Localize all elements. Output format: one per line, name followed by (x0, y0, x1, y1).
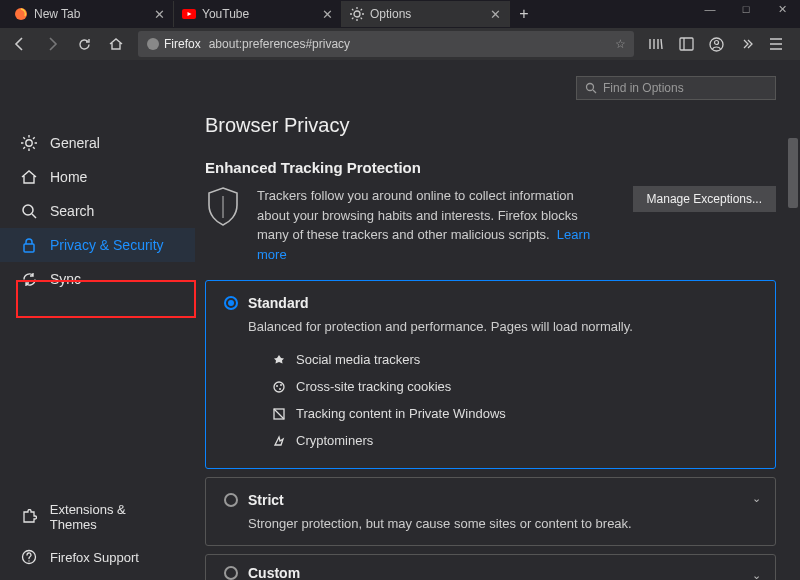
feature-label: Cross-site tracking cookies (296, 379, 451, 394)
sidebar-item-label: Privacy & Security (50, 237, 164, 253)
tab-label: Options (370, 7, 411, 21)
home-icon (20, 168, 38, 186)
window-minimize-button[interactable]: — (692, 0, 728, 18)
reload-button[interactable] (70, 30, 98, 58)
firefox-logo-icon (146, 37, 160, 51)
radio-standard[interactable] (224, 296, 238, 310)
back-button[interactable] (6, 30, 34, 58)
find-in-options-input[interactable]: Find in Options (576, 76, 776, 100)
svg-point-11 (587, 84, 594, 91)
close-icon[interactable]: ✕ (490, 7, 501, 22)
svg-rect-9 (24, 244, 34, 252)
manage-exceptions-button[interactable]: Manage Exceptions... (633, 186, 776, 212)
protection-card-standard[interactable]: Standard Balanced for protection and per… (205, 280, 776, 469)
sidebar-item-label: Home (50, 169, 87, 185)
feature-item: Social media trackers (272, 346, 757, 373)
feature-label: Tracking content in Private Windows (296, 406, 506, 421)
lock-icon (20, 236, 38, 254)
identity-label: Firefox (164, 37, 201, 51)
protection-card-strict[interactable]: ⌄ Strict Stronger protection, but may ca… (205, 477, 776, 546)
sidebar-item-label: Firefox Support (50, 550, 139, 565)
svg-point-6 (714, 40, 718, 44)
menu-button[interactable] (762, 30, 790, 58)
sidebar-item-general[interactable]: General (0, 126, 195, 160)
firefox-icon (14, 7, 28, 21)
search-icon (585, 82, 597, 94)
protection-card-custom[interactable]: ⌄ Custom (205, 554, 776, 580)
sidebar-item-home[interactable]: Home (0, 160, 195, 194)
feature-label: Social media trackers (296, 352, 420, 367)
window-maximize-button[interactable]: □ (728, 0, 764, 18)
feature-item: Tracking content in Private Windows (272, 400, 757, 427)
sync-icon (20, 270, 38, 288)
sidebar-item-label: Sync (50, 271, 81, 287)
tab-bar: New Tab ✕ YouTube ✕ Options ✕ + (0, 0, 800, 28)
svg-point-2 (354, 11, 360, 17)
window-close-button[interactable]: ✕ (764, 0, 800, 18)
svg-point-12 (274, 382, 284, 392)
svg-rect-4 (680, 38, 693, 50)
question-icon (20, 548, 38, 566)
url-text: about:preferences#privacy (209, 37, 607, 51)
shield-icon (205, 186, 245, 228)
sidebar-item-extensions[interactable]: Extensions & Themes (0, 494, 195, 540)
etp-description: Trackers follow you around online to col… (257, 186, 607, 264)
identity-box[interactable]: Firefox (146, 37, 201, 51)
sidebar-item-search[interactable]: Search (0, 194, 195, 228)
forward-button[interactable] (38, 30, 66, 58)
search-icon (20, 202, 38, 220)
gear-icon (20, 134, 38, 152)
url-bar[interactable]: Firefox about:preferences#privacy ☆ (138, 31, 634, 57)
card-subtext: Stronger protection, but may cause some … (248, 516, 757, 531)
feature-item: Cryptominers (272, 427, 757, 454)
find-placeholder: Find in Options (603, 81, 684, 95)
tab-new-tab[interactable]: New Tab ✕ (6, 1, 174, 27)
library-icon[interactable] (642, 30, 670, 58)
overflow-icon[interactable] (732, 30, 760, 58)
feature-icon (272, 434, 286, 448)
feature-icon (272, 353, 286, 367)
svg-point-15 (279, 388, 281, 390)
gear-icon (350, 7, 364, 21)
tab-label: New Tab (34, 7, 80, 21)
chevron-down-icon[interactable]: ⌄ (752, 569, 761, 580)
svg-point-3 (147, 38, 159, 50)
preferences-content: Find in Options Browser Privacy Enhanced… (195, 60, 800, 580)
card-title: Custom (248, 565, 300, 580)
sidebar-icon[interactable] (672, 30, 700, 58)
section-title: Enhanced Tracking Protection (205, 159, 776, 176)
feature-list: Social media trackersCross-site tracking… (272, 346, 757, 454)
scrollbar-thumb[interactable] (788, 138, 798, 208)
radio-strict[interactable] (224, 493, 238, 507)
sidebar-item-sync[interactable]: Sync (0, 262, 195, 296)
sidebar-item-label: General (50, 135, 100, 151)
svg-point-14 (280, 384, 282, 386)
radio-custom[interactable] (224, 566, 238, 580)
home-button[interactable] (102, 30, 130, 58)
preferences-sidebar: General Home Search Privacy & Security S… (0, 60, 195, 580)
card-title: Standard (248, 295, 309, 311)
sidebar-item-label: Search (50, 203, 94, 219)
feature-item: Cross-site tracking cookies (272, 373, 757, 400)
sidebar-item-label: Extensions & Themes (50, 502, 175, 532)
account-icon[interactable] (702, 30, 730, 58)
close-icon[interactable]: ✕ (322, 7, 333, 22)
tab-label: YouTube (202, 7, 249, 21)
svg-point-8 (23, 205, 33, 215)
svg-point-13 (276, 385, 278, 387)
sidebar-item-support[interactable]: Firefox Support (0, 540, 195, 580)
tab-options[interactable]: Options ✕ (342, 1, 510, 27)
new-tab-button[interactable]: + (510, 0, 538, 28)
card-title: Strict (248, 492, 284, 508)
feature-icon (272, 407, 286, 421)
tab-youtube[interactable]: YouTube ✕ (174, 1, 342, 27)
svg-point-7 (26, 140, 32, 146)
bookmark-star-icon[interactable]: ☆ (615, 37, 626, 51)
card-subtext: Balanced for protection and performance.… (248, 319, 757, 334)
vertical-scrollbar[interactable] (786, 120, 800, 580)
chevron-down-icon[interactable]: ⌄ (752, 492, 761, 505)
puzzle-icon (20, 508, 38, 526)
youtube-icon (182, 7, 196, 21)
close-icon[interactable]: ✕ (154, 7, 165, 22)
sidebar-item-privacy[interactable]: Privacy & Security (0, 228, 195, 262)
